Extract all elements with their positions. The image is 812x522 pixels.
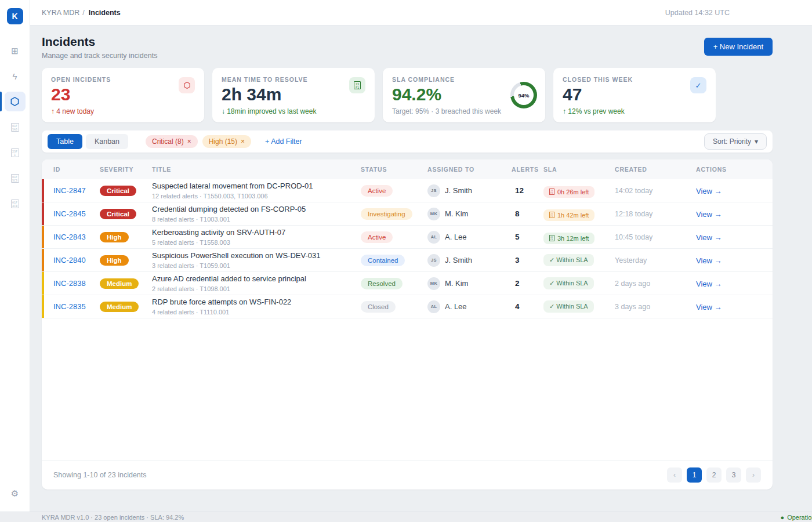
incident-id-link[interactable]: INC-2840 (53, 256, 100, 264)
hourglass-icon: 23F3 (549, 188, 554, 195)
sla-badge: 23F31h 42m left (543, 209, 594, 221)
check-icon: ✓ (690, 77, 706, 93)
main-column: KYRA MDR / Incidents Updated 14:32 UTC I… (30, 0, 812, 512)
pagination: ‹ 1 2 3 › (667, 467, 761, 483)
created-time: 14:02 today (615, 187, 696, 195)
prev-page-button[interactable]: ‹ (667, 467, 682, 483)
breadcrumb-root[interactable]: KYRA MDR (42, 9, 79, 17)
page-button-3[interactable]: 3 (726, 467, 741, 483)
clipboard-icon: 01F4CB (11, 200, 19, 208)
severity-badge: High (100, 255, 129, 266)
gear-icon[interactable]: ⚙ (11, 488, 19, 499)
avatar: JS (427, 184, 440, 197)
stat-card-closed-week: CLOSED THIS WEEK 47 ↑ 12% vs prev week ✓ (553, 68, 716, 122)
sidebar-item-reports[interactable]: 01F5C3 (5, 168, 26, 188)
stat-label: CLOSED THIS WEEK (563, 76, 706, 83)
incident-subtitle: 3 related alerts · T1059.001 (152, 262, 361, 269)
view-link[interactable]: View → (696, 210, 722, 219)
sort-dropdown[interactable]: Sort: Priority ▾ (704, 133, 767, 150)
sidebar-item-timeline[interactable]: 23F1 (5, 143, 26, 162)
sidebar-item-dashboard[interactable]: ⊞ (5, 41, 26, 60)
stopwatch-icon: 23F1 (349, 77, 365, 93)
sidebar-item-endpoints[interactable]: 01F5A5 (5, 117, 26, 137)
table-row[interactable]: INC-2845 Critical Credential dumping det… (42, 202, 773, 226)
status-label: Operational (787, 514, 812, 521)
sidebar-item-incidents[interactable] (5, 92, 26, 111)
assignee: AL A. Lee (427, 231, 512, 244)
incident-id-link[interactable]: INC-2843 (53, 233, 100, 241)
table-row[interactable]: INC-2840 High Suspicious PowerShell exec… (42, 249, 773, 272)
stat-delta: ↑ 12% vs prev week (563, 107, 706, 115)
sidebar-item-logs[interactable]: 01F4CB (5, 194, 26, 213)
incident-id-link[interactable]: INC-2838 (53, 279, 100, 288)
severity-badge: Medium (100, 302, 139, 312)
page-subtitle: Manage and track security incidents (42, 52, 157, 60)
incident-id-link[interactable]: INC-2845 (53, 209, 100, 218)
col-assigned: ASSIGNED TO (427, 166, 512, 173)
stat-label: OPEN INCIDENTS (51, 76, 195, 83)
stat-card-mttr: MEAN TIME TO RESOLVE 2h 34m ↓ 18min impr… (212, 68, 375, 122)
monitor-icon: 01F5A5 (11, 123, 19, 132)
table-row[interactable]: INC-2835 Medium RDP brute force attempts… (42, 295, 773, 318)
sla-donut-label: 94% (514, 85, 534, 105)
page-button-2[interactable]: 2 (706, 467, 722, 483)
filter-chip-high[interactable]: High (15) × (202, 135, 251, 148)
incident-title: Credential dumping detected on FS-CORP-0… (152, 205, 361, 214)
stat-cards: OPEN INCIDENTS 23 ↑ 4 new today MEAN TIM… (42, 68, 773, 122)
add-filter-button[interactable]: + Add Filter (265, 137, 302, 146)
main-content: Incidents Manage and track security inci… (30, 26, 812, 512)
status-badge: Active (361, 185, 393, 197)
table-footer: Showing 1-10 of 23 incidents ‹ 1 2 3 › (42, 460, 773, 490)
view-link[interactable]: View → (696, 187, 722, 195)
assignee: AL A. Lee (427, 300, 512, 313)
incident-subtitle: 4 related alerts · T1110.001 (152, 309, 361, 316)
status-badge: Investigating (361, 208, 412, 220)
new-incident-button[interactable]: + New Incident (704, 38, 773, 56)
severity-badge: Critical (100, 209, 136, 219)
alert-count: 4 (512, 302, 543, 311)
alert-count: 5 (512, 233, 543, 241)
view-toggle-kanban[interactable]: Kanban (86, 134, 128, 149)
hourglass-icon: 23F3 (549, 235, 554, 241)
updated-timestamp: Updated 14:32 UTC (665, 9, 730, 17)
incident-id-link[interactable]: INC-2835 (53, 302, 100, 311)
view-link[interactable]: View → (696, 233, 722, 242)
table-row[interactable]: INC-2847 Critical Suspected lateral move… (42, 179, 773, 202)
avatar: AL (427, 300, 440, 313)
col-sla: SLA (543, 166, 615, 173)
page-button-1[interactable]: 1 (687, 467, 702, 483)
table-row[interactable]: INC-2843 High Kerberoasting activity on … (42, 226, 773, 249)
col-title: TITLE (152, 166, 361, 173)
view-link[interactable]: View → (696, 280, 722, 288)
assignee: JS J. Smith (427, 254, 512, 267)
next-page-button[interactable]: › (746, 467, 761, 483)
filter-chip-critical[interactable]: Critical (8) × (146, 135, 198, 148)
stat-card-sla-compliance: SLA COMPLIANCE 94.2% Target: 95% · 3 bre… (383, 68, 545, 122)
incident-subtitle: 8 related alerts · T1003.001 (152, 216, 361, 223)
avatar: AL (427, 231, 440, 244)
incident-title: RDP brute force attempts on WS-FIN-022 (152, 298, 361, 307)
app-shell: K ⊞ ϟ 01F5A5 23F1 01F5C3 01F4CB (0, 0, 812, 512)
assignee-name: A. Lee (445, 302, 467, 311)
hourglass-icon: 23F3 (549, 212, 554, 218)
view-link[interactable]: View → (696, 256, 722, 265)
status-dot-icon: ● (780, 514, 784, 521)
table-row[interactable]: INC-2838 Medium Azure AD credential adde… (42, 272, 773, 295)
active-indicator (0, 92, 2, 111)
incident-subtitle: 2 related alerts · T1098.001 (152, 285, 361, 292)
sort-label: Sort: Priority (713, 137, 751, 146)
hexagon-alert-icon (179, 77, 195, 93)
avatar: JS (427, 254, 440, 267)
breadcrumb: KYRA MDR / Incidents (42, 9, 121, 17)
status-badge: Resolved (361, 278, 403, 289)
view-toggle-table[interactable]: Table (48, 134, 82, 149)
stat-label: SLA COMPLIANCE (392, 76, 536, 83)
close-icon[interactable]: × (187, 137, 191, 146)
statusbar-info: KYRA MDR v1.0 · 23 open incidents · SLA:… (42, 514, 184, 521)
incident-id-link[interactable]: INC-2847 (53, 186, 100, 195)
close-icon[interactable]: × (241, 137, 245, 146)
app-logo[interactable]: K (7, 8, 23, 24)
page-title: Incidents (42, 35, 157, 49)
view-link[interactable]: View → (696, 303, 722, 311)
sidebar-item-alerts[interactable]: ϟ (5, 66, 26, 86)
